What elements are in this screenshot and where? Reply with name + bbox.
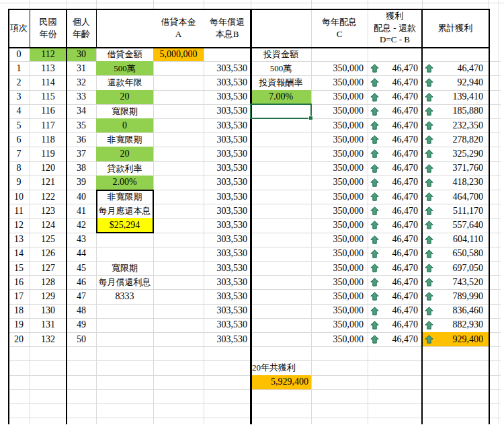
cell-annual-repayment[interactable]: 303,530 [204,61,251,75]
cell-roc-year[interactable]: 125 [30,233,67,247]
cell-profit[interactable] [368,47,422,61]
cell-profit[interactable]: 46,470 [368,61,422,75]
cell-roc-year[interactable]: 126 [30,247,67,261]
cell-loan-principal[interactable] [153,75,204,89]
cell-annual-dividend[interactable]: 350,000 [311,318,368,332]
cell-item-no[interactable]: 16 [8,275,30,289]
cell-item-no[interactable]: 13 [8,233,30,247]
cell-age[interactable]: 36 [67,132,96,147]
cell-cumulative-profit[interactable]: 92,940 [422,75,489,89]
cell-profit[interactable]: 46,470 [368,104,422,118]
cell-loan-param[interactable]: 0 [96,118,153,132]
cell-invest-param[interactable] [251,204,311,218]
cell-invest-param[interactable]: 投資報酬率 [251,75,311,89]
cell-age[interactable]: 38 [67,161,96,176]
cell-item-no[interactable]: 11 [8,204,30,218]
cell-annual-dividend[interactable]: 350,000 [311,190,368,204]
cell-loan-principal[interactable] [153,104,204,118]
cell-annual-repayment[interactable]: 303,530 [204,176,251,190]
cell-profit[interactable]: 46,470 [368,118,422,132]
cell-invest-param[interactable]: 投資金額 [251,47,311,61]
cell-loan-principal[interactable] [153,233,204,247]
cell-annual-dividend[interactable]: 350,000 [311,204,368,218]
cell-invest-param[interactable] [251,289,311,303]
cell-profit[interactable]: 46,470 [368,90,422,104]
header-profit[interactable]: 獲利 配息 - 還款 D=C - B [368,9,422,47]
cell-loan-principal[interactable] [153,289,204,303]
cell-item-no[interactable]: 5 [8,118,30,132]
cell-annual-repayment[interactable]: 303,530 [204,132,251,147]
cell-loan-param[interactable]: 每月償還利息 [96,275,153,289]
cell-annual-repayment[interactable]: 303,530 [204,190,251,204]
cell-roc-year[interactable]: 122 [30,190,67,204]
cell-profit[interactable]: 46,470 [368,275,422,289]
cell-item-no[interactable]: 9 [8,176,30,190]
cell-loan-param[interactable]: 20 [96,147,153,161]
footer-total-value[interactable]: 5,929,400 [251,375,311,389]
cell-age[interactable]: 42 [67,218,96,232]
cell-loan-principal[interactable] [153,204,204,218]
cell-loan-principal[interactable] [153,147,204,161]
cell-annual-repayment[interactable]: 303,530 [204,247,251,261]
cell-age[interactable]: 39 [67,176,96,190]
cell-loan-principal[interactable] [153,318,204,332]
header-loan-param[interactable] [96,9,153,47]
cell-annual-dividend[interactable]: 350,000 [311,332,368,346]
cell-loan-principal[interactable] [153,90,204,104]
cell-item-no[interactable]: 4 [8,104,30,118]
cell-age[interactable]: 35 [67,118,96,132]
active-cell-selection[interactable] [250,104,312,119]
cell-item-no[interactable]: 2 [8,75,30,89]
footer-total-label[interactable]: 20年共獲利 [252,360,311,375]
cell-profit[interactable]: 46,470 [368,289,422,303]
cell-age[interactable]: 50 [67,332,96,346]
cell-annual-repayment[interactable]: 303,530 [204,275,251,289]
cell-cumulative-profit[interactable]: 232,350 [422,118,489,132]
header-loan-principal[interactable]: 借貸本金 A [153,9,204,47]
cell-annual-dividend[interactable]: 350,000 [311,104,368,118]
cell-annual-dividend[interactable]: 350,000 [311,275,368,289]
cell-annual-repayment[interactable]: 303,530 [204,289,251,303]
cell-roc-year[interactable]: 123 [30,204,67,218]
cell-annual-repayment[interactable]: 303,530 [204,261,251,275]
cell-cumulative-profit[interactable]: 46,470 [422,61,489,75]
cell-loan-param[interactable]: 8333 [96,289,153,303]
cell-age[interactable]: 30 [67,47,96,61]
cell-cumulative-profit[interactable]: 139,410 [422,90,489,104]
cell-profit[interactable]: 46,470 [368,147,422,161]
cell-invest-param[interactable] [251,233,311,247]
cell-loan-principal[interactable] [153,176,204,190]
cell-invest-param[interactable] [251,118,311,132]
cell-annual-dividend[interactable]: 350,000 [311,247,368,261]
cell-invest-param[interactable] [251,218,311,232]
cell-annual-dividend[interactable]: 350,000 [311,218,368,232]
cell-cumulative-profit[interactable] [422,47,489,61]
cell-profit[interactable]: 46,470 [368,233,422,247]
cell-roc-year[interactable]: 120 [30,161,67,176]
cell-age[interactable]: 47 [67,289,96,303]
cell-annual-dividend[interactable]: 350,000 [311,132,368,147]
cell-annual-repayment[interactable]: 303,530 [204,118,251,132]
cell-invest-param[interactable] [251,261,311,275]
cell-annual-dividend[interactable]: 350,000 [311,90,368,104]
cell-age[interactable]: 48 [67,304,96,318]
cell-age[interactable]: 43 [67,233,96,247]
cell-loan-principal[interactable] [153,332,204,346]
cell-age[interactable]: 46 [67,275,96,289]
cell-item-no[interactable]: 1 [8,61,30,75]
cell-annual-repayment[interactable] [204,47,251,61]
cell-loan-principal[interactable] [153,261,204,275]
cell-age[interactable]: 40 [67,190,96,204]
header-annual-repayment[interactable]: 每年償還 本息B [204,9,251,47]
cell-annual-repayment[interactable]: 303,530 [204,218,251,232]
cell-cumulative-profit[interactable]: 464,700 [422,190,489,204]
cell-item-no[interactable]: 0 [8,47,30,61]
cell-loan-principal[interactable] [153,118,204,132]
cell-annual-dividend[interactable]: 350,000 [311,304,368,318]
cell-profit[interactable]: 46,470 [368,247,422,261]
cell-loan-param[interactable]: 500萬 [96,61,153,75]
cell-roc-year[interactable]: 121 [30,176,67,190]
cell-roc-year[interactable]: 112 [30,47,67,61]
cell-invest-param[interactable] [251,247,311,261]
cell-invest-param[interactable] [251,161,311,176]
